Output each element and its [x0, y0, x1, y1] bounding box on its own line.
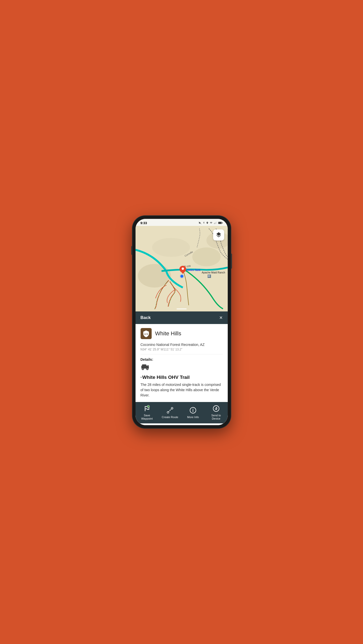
svg-rect-18 — [208, 275, 209, 276]
svg-rect-20 — [208, 276, 209, 277]
send-to-device-icon — [213, 405, 220, 412]
poi-coordinates: N34° 41' 25.9" W111° 51' 13.2" — [141, 348, 223, 354]
svg-point-9 — [138, 264, 171, 288]
bottom-sheet: Back × U·S White Hills Coconino N — [136, 311, 228, 425]
silent-icon — [199, 221, 202, 224]
phone-screen: 9:33 — [136, 219, 228, 425]
poi-title: White Hills — [155, 330, 181, 337]
send-to-device-label: Send toDevice — [211, 414, 221, 420]
svg-rect-30 — [142, 365, 146, 367]
sheet-content: U·S White Hills Coconino National Forest… — [136, 324, 228, 402]
poi-icon: U·S — [141, 328, 152, 339]
svg-text:Jones Tank: Jones Tank — [186, 269, 200, 271]
svg-point-40 — [169, 410, 171, 411]
svg-text:+: + — [148, 406, 149, 408]
svg-point-12 — [152, 238, 190, 257]
more-info-label: More Info — [187, 416, 199, 419]
more-info-icon — [189, 407, 196, 414]
trail-description: The 28 miles of motorized single-track i… — [141, 382, 223, 398]
poi-subtitle: Coconino National Forest Recreation, AZ — [141, 343, 223, 347]
bluetooth-icon — [203, 221, 205, 224]
svg-point-10 — [192, 248, 221, 266]
signal-icon — [214, 221, 217, 224]
svg-point-27 — [180, 274, 184, 278]
battery-icon — [218, 222, 223, 224]
create-route-button[interactable]: + Create Route — [158, 406, 182, 419]
create-route-icon-wrap: + — [166, 406, 174, 414]
svg-point-33 — [142, 368, 143, 370]
svg-rect-3 — [215, 222, 216, 224]
phone-frame: 9:33 — [133, 216, 231, 428]
usfs-shield-icon: U·S — [142, 330, 150, 337]
wifi-icon — [210, 222, 213, 224]
sheet-header: Back × — [136, 311, 228, 324]
more-info-icon-wrap — [189, 406, 197, 414]
layer-button[interactable] — [213, 229, 224, 240]
android-nav-bar — [136, 423, 228, 425]
svg-point-34 — [147, 368, 148, 370]
back-button[interactable]: Back — [141, 315, 151, 320]
layers-icon — [216, 232, 222, 238]
svg-text:+: + — [172, 408, 173, 409]
details-icons — [141, 364, 223, 372]
svg-rect-2 — [215, 223, 215, 224]
more-info-button[interactable]: More Info — [182, 406, 205, 419]
send-to-device-button[interactable]: Send toDevice — [205, 405, 228, 420]
create-route-label: Create Route — [162, 416, 178, 419]
trail-title: White Hills OHV Trail — [141, 375, 223, 380]
svg-rect-21 — [209, 276, 210, 277]
map-area[interactable]: NF-120 Cornville Bea Apache Maid Ranch — [136, 226, 228, 311]
svg-rect-19 — [209, 275, 210, 276]
drag-handle[interactable] — [177, 308, 187, 309]
svg-point-24 — [182, 267, 184, 270]
svg-rect-4 — [216, 222, 217, 224]
status-icons — [199, 221, 223, 224]
svg-text:Apache  Maid  Ranch: Apache Maid Ranch — [202, 271, 225, 274]
create-route-icon: + — [167, 407, 174, 414]
action-bar: + SaveWaypoint + — [136, 402, 228, 423]
save-waypoint-button[interactable]: + SaveWaypoint — [136, 405, 159, 420]
details-label: Details: — [141, 357, 223, 361]
poi-header: U·S White Hills — [141, 328, 223, 339]
svg-text:U·S: U·S — [144, 333, 148, 335]
save-waypoint-label: SaveWaypoint — [141, 414, 153, 420]
svg-rect-7 — [218, 222, 221, 224]
save-waypoint-icon: + — [143, 405, 150, 412]
close-button[interactable]: × — [219, 315, 223, 320]
svg-rect-35 — [148, 365, 149, 367]
ohv-vehicle-icon — [141, 364, 150, 371]
status-time: 9:33 — [141, 221, 147, 225]
status-bar: 9:33 — [136, 219, 228, 226]
send-to-device-icon-wrap — [212, 405, 220, 413]
location-icon — [206, 221, 209, 224]
save-waypoint-icon-wrap: + — [143, 405, 151, 413]
svg-rect-1 — [214, 223, 214, 224]
svg-rect-6 — [222, 222, 222, 223]
